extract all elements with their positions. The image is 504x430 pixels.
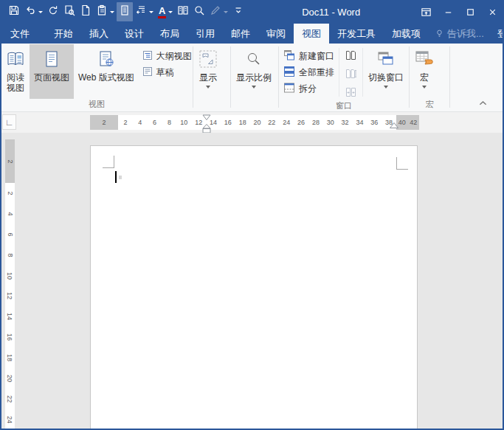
undo-dropdown-caret[interactable] <box>38 11 43 13</box>
ruler-number: 26 <box>294 119 308 126</box>
print-layout-label: 页面视图 <box>34 72 69 83</box>
window-icon-buttons <box>340 44 362 100</box>
minimize-button[interactable] <box>438 0 460 24</box>
tab-view[interactable]: 视图 <box>294 24 329 44</box>
new-document-button[interactable] <box>77 2 94 21</box>
indent-icon <box>135 4 147 19</box>
tab-file[interactable]: 文件 <box>0 24 40 44</box>
view-side-by-side-button[interactable] <box>345 50 356 63</box>
ruler-number: 8 <box>162 119 177 126</box>
tell-me-box[interactable]: 告诉我... <box>429 24 490 44</box>
tab-home[interactable]: 开始 <box>46 24 81 44</box>
tab-insert[interactable]: 插入 <box>81 24 117 44</box>
outline-view-button[interactable]: 大纲视图 <box>142 50 192 62</box>
indent-dropdown-caret[interactable] <box>149 11 153 13</box>
search-button[interactable] <box>191 2 207 21</box>
draft-view-toggle-button[interactable] <box>117 2 133 21</box>
edit-dropdown-caret <box>224 11 228 13</box>
font-color-dropdown-caret[interactable] <box>168 11 173 13</box>
group-zoom: 显示比例 <box>232 44 277 111</box>
two-pages-icon <box>177 4 189 19</box>
collapse-ribbon-button[interactable] <box>476 98 489 108</box>
tab-stop-selector[interactable]: ∟ <box>2 114 16 130</box>
document-page[interactable] <box>90 145 418 430</box>
ruler-number: 18 <box>235 119 250 126</box>
web-layout-button[interactable]: Web 版式视图 <box>74 44 139 99</box>
show-group-icon <box>199 48 218 70</box>
print-layout-button[interactable]: 页面视图 <box>30 44 74 99</box>
vruler-number: 2 <box>6 159 13 163</box>
zoom-dropdown-button[interactable]: 显示比例 <box>232 44 276 99</box>
customize-qat-button[interactable] <box>230 2 246 21</box>
ruler-number: 36 <box>367 119 382 126</box>
web-layout-icon <box>97 48 115 70</box>
draft-view-button[interactable]: 草稿 <box>142 66 192 78</box>
paste-button[interactable] <box>94 2 117 21</box>
switch-windows-button[interactable]: 切换窗口 <box>364 44 408 100</box>
arrange-all-label: 全部重排 <box>299 66 334 79</box>
views-small-buttons: 大纲视图 草稿 <box>139 44 196 99</box>
reset-window-position-button <box>345 87 356 100</box>
tab-layout[interactable]: 布局 <box>152 24 187 44</box>
edit-button <box>207 2 230 21</box>
group-window-label: 窗口 <box>280 100 408 111</box>
vruler-number: 2 <box>6 191 13 195</box>
indent-marker-right[interactable] <box>388 122 400 131</box>
print-preview-button[interactable] <box>61 2 77 21</box>
tab-developer[interactable]: 开发工具 <box>329 24 384 44</box>
split-label: 拆分 <box>299 83 317 95</box>
ruler-number: 30 <box>323 119 338 126</box>
vruler-top-margin: 2 <box>5 139 15 183</box>
redo-button[interactable] <box>45 2 61 21</box>
paste-dropdown-caret[interactable] <box>110 11 114 13</box>
indent-button[interactable] <box>133 2 156 21</box>
ruler-left-margin: 2 <box>90 115 118 130</box>
maximize-button[interactable] <box>460 0 482 24</box>
new-document-icon <box>80 4 92 19</box>
horizontal-ruler: 2 2468101214161820222426283032343638 404… <box>90 115 419 130</box>
font-color-button[interactable]: A <box>156 2 175 21</box>
close-button[interactable] <box>482 0 504 24</box>
tab-references[interactable]: 引用 <box>187 24 223 44</box>
side-by-side-button[interactable] <box>175 2 191 21</box>
group-views: 阅读视图 页面视图 Web 版式视图 大纲视图 <box>1 44 192 111</box>
arrange-all-button[interactable]: 全部重排 <box>283 66 334 78</box>
edit-pen-icon <box>210 4 221 19</box>
group-macros-label: 宏 <box>410 99 449 111</box>
split-button[interactable]: 拆分 <box>283 83 334 94</box>
zoom-dropdown-caret <box>252 86 256 89</box>
undo-icon <box>24 4 36 19</box>
maximize-icon <box>465 7 476 18</box>
draft-view-icon <box>142 66 153 79</box>
undo-button[interactable] <box>22 2 45 21</box>
group-views-label: 视图 <box>1 99 192 111</box>
tab-addins[interactable]: 加载项 <box>384 24 429 44</box>
macros-dropdown-caret <box>422 86 427 89</box>
group-macros-body: 宏 <box>410 44 449 99</box>
group-zoom-label <box>232 99 277 111</box>
window-border-left <box>0 0 1 430</box>
ribbon-display-options-button[interactable] <box>415 0 438 24</box>
tab-review[interactable]: 审阅 <box>258 24 294 44</box>
ruler-number: 28 <box>308 119 323 126</box>
zoom-magnifier-icon <box>245 48 263 70</box>
ruler-number: 42 <box>408 119 420 126</box>
macros-icon <box>415 48 434 70</box>
vruler-number: 12 <box>6 292 13 299</box>
group-separator <box>193 46 193 108</box>
read-mode-button[interactable]: 阅读视图 <box>1 44 30 99</box>
text-cursor <box>115 171 117 183</box>
new-window-button[interactable]: 新建窗口 <box>283 50 334 62</box>
window-title: Doc11 - Word <box>302 7 360 18</box>
tab-mailings[interactable]: 邮件 <box>223 24 258 44</box>
save-button[interactable] <box>6 2 22 21</box>
macros-dropdown-button[interactable]: 宏 <box>410 44 438 99</box>
show-dropdown-button[interactable]: 显示 <box>194 44 222 99</box>
ruler-number: 22 <box>264 119 279 126</box>
group-separator <box>230 46 231 108</box>
ribbon-tab-bar: 文件 开始 插入 设计 布局 引用 邮件 审阅 视图 开发工具 加载项 告诉我.… <box>0 24 504 44</box>
ruler-number: 32 <box>338 119 353 126</box>
save-icon <box>8 4 20 19</box>
tab-design[interactable]: 设计 <box>117 24 152 44</box>
ruler-number: 10 <box>176 119 191 126</box>
